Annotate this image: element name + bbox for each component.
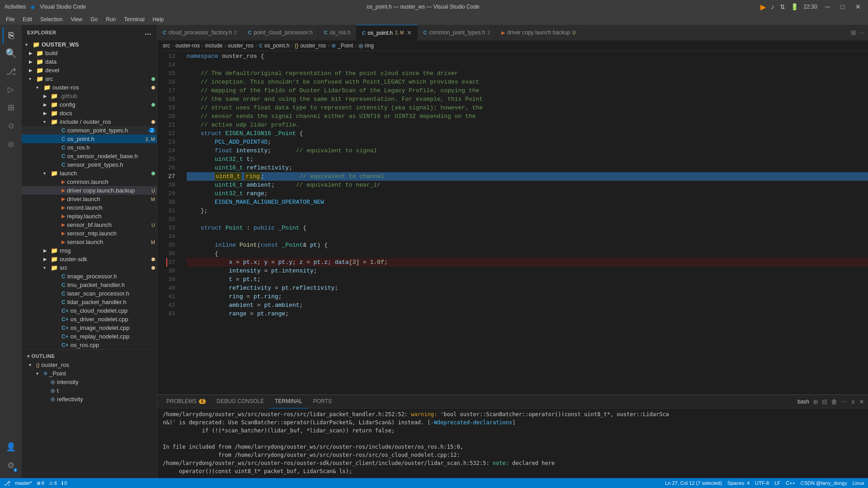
tree-item-common-point-types[interactable]: C common_point_types.h 2 [22,126,157,135]
activity-source-control[interactable]: ⎇ [3,63,19,80]
tree-item-replay-launch[interactable]: ▶ replay.launch [22,212,157,221]
tree-item-imu-packet[interactable]: C imu_packet_handler.h [22,281,157,289]
tree-item-build[interactable]: ▶ 📁 build [22,49,157,57]
tree-item-ouster-ws[interactable]: ▾ 📁 OUSTER_WS [22,40,157,49]
tree-item-sensor-point-types[interactable]: C sensor_point_types.h [22,160,157,169]
panel-more-icon[interactable]: ⋯ [841,398,847,405]
kill-terminal-icon[interactable]: 🗑 [831,398,837,405]
tree-item-ouster-sdk[interactable]: ▶ 📁 ouster-sdk [22,255,157,263]
activity-extensions[interactable]: ⊞ [3,99,19,116]
menu-edit[interactable]: Edit [19,15,36,23]
outline-item-intensity[interactable]: ◎ intensity [22,378,157,386]
panel-tab-ports[interactable]: PORTS [308,395,337,408]
minimize-button[interactable]: ─ [823,3,833,10]
tree-item-ouster-ros[interactable]: ▾ 📁 ouster-ros [22,83,157,92]
sidebar-more-icon[interactable]: ... [145,28,151,37]
activity-debug[interactable]: ▷ [3,81,19,98]
breadcrumb-os-point[interactable]: os_point.h [264,42,289,49]
tree-item-launch[interactable]: ▾ 📁 launch [22,169,157,178]
activity-account[interactable]: 👤 [3,439,19,455]
close-button[interactable]: ✕ [853,3,863,10]
tree-item-os-replay[interactable]: C+ os_replay_nodelet.cpp [22,332,157,341]
tree-item-include[interactable]: ▾ 📁 include / ouster_ros [22,117,157,126]
activity-explorer[interactable]: ⎘ [3,27,19,43]
breadcrumb-point[interactable]: _Point [338,42,353,49]
tab-os-ros[interactable]: C os_ros.h [318,25,356,41]
tree-item-os-ros-cpp[interactable]: C+ os_ros.cpp [22,341,157,349]
tree-item-msg[interactable]: ▶ 📁 msg [22,246,157,255]
activities-label[interactable]: Activities [5,4,26,10]
outline-item-reflectivity[interactable]: ◎ reflectivity [22,395,157,404]
panel-tab-terminal[interactable]: TERMINAL [269,395,308,408]
battery-icon[interactable]: 🔋 [791,3,798,10]
code-content[interactable]: namespace ouster_ros { // The default/or… [182,51,868,394]
tree-item-laser-scan[interactable]: C laser_scan_processor.h [22,289,157,298]
git-branch-label[interactable]: master* [15,480,32,486]
tree-item-os-image[interactable]: C+ os_image_nodelet.cpp [22,324,157,332]
tree-item-common-launch[interactable]: ▶ common.launch [22,178,157,186]
new-terminal-icon[interactable]: ⊕ [813,398,818,405]
tab-driver-copy-launch[interactable]: ▶ driver copy launch backup U [496,25,582,41]
split-terminal-icon[interactable]: ⊟ [822,398,827,405]
outline-header-row[interactable]: ▾ OUTLINE [22,349,157,361]
code-editor[interactable]: 13 14 15 16 17 18 19 20 21 22 23 24 25 2… [157,51,868,394]
breadcrumb-ouster-ros2[interactable]: ouster_ros [228,42,254,49]
tree-item-docs[interactable]: ▶ 📁 docs [22,109,157,117]
tab-point-cloud-processor[interactable]: C point_cloud_processor.h [242,25,318,41]
tree-item-devel[interactable]: ▶ 📁 devel [22,66,157,75]
audio-icon[interactable]: ♪ [771,3,774,10]
breadcrumb-src[interactable]: src [163,42,170,49]
menu-view[interactable]: View [67,15,86,23]
tab-cloud-processor-factory[interactable]: C cloud_processor_factory.h 2 [157,25,242,41]
network-icon[interactable]: ⇅ [780,3,785,10]
terminal-content[interactable]: /home/larrydong/ouster_ws/src/ouster-ros… [157,408,868,478]
breadcrumb-ring[interactable]: ring [365,42,374,49]
tree-item-driver-launch[interactable]: ▶ driver.launch M [22,195,157,203]
tab4-close[interactable]: ✕ [407,29,412,36]
outline-item-point[interactable]: ▾ ⊕ _Point [22,369,157,378]
language-label[interactable]: C++ [786,480,795,486]
tree-item-sensor-launch[interactable]: ▶ sensor.launch M [22,238,157,246]
tab-os-point[interactable]: C os_point.h 2, M ✕ [356,25,418,41]
menu-selection[interactable]: Selection [37,15,66,23]
tree-item-src[interactable]: ▾ 📁 src [22,75,157,83]
outline-item-t[interactable]: ◎ t [22,386,157,395]
tree-item-github[interactable]: ▶ 📁 .github [22,92,157,100]
more-actions-icon[interactable]: ··· [859,29,864,36]
tree-item-lidar-packet[interactable]: C lidar_packet_handler.h [22,298,157,306]
close-panel-icon[interactable]: ✕ [859,398,864,405]
breadcrumb-ouster-ros3[interactable]: ouster_ros [300,42,326,49]
panel-tab-debug[interactable]: DEBUG CONSOLE [211,395,269,408]
split-editor-icon[interactable]: ⊞ [851,29,856,36]
tab-common-point-types[interactable]: C common_point_types.h 2 [418,25,496,41]
activity-remote[interactable]: ⊙ [3,117,19,134]
menu-go[interactable]: Go [87,15,101,23]
tree-item-driver-copy-launch[interactable]: ▶ driver copy.launch.backup U [22,186,157,195]
tree-item-os-cloud[interactable]: C+ os_cloud_nodelet.cpp [22,306,157,315]
activity-search[interactable]: 🔍 [3,45,19,61]
activity-testing[interactable]: ◎ [3,136,19,152]
maximize-button[interactable]: □ [838,3,847,10]
activity-settings[interactable]: ⚙1 [3,457,19,474]
vscode-label[interactable]: Visual Studio Code [40,4,86,10]
tree-item-record-launch[interactable]: ▶ record.launch [22,203,157,212]
tree-item-image-processor[interactable]: C image_processor.h [22,272,157,281]
info-count[interactable]: ℹ 0 [61,480,67,486]
tree-item-sensor-mtp-launch[interactable]: ▶ sensor_mtp.launch [22,229,157,238]
breadcrumb-include[interactable]: include [205,42,222,49]
tree-item-os-sensor-nodelet[interactable]: C os_sensor_nodelet_base.h [22,152,157,160]
tree-item-os-ros[interactable]: C os_ros.h [22,143,157,152]
spaces-label[interactable]: Spaces: 4 [727,480,750,486]
tree-item-data[interactable]: ▶ 📁 data [22,57,157,66]
tree-item-src2[interactable]: ▾ 📁 src [22,263,157,272]
tree-item-os-point[interactable]: C os_point.h 2, M [22,135,157,143]
breadcrumb-ouster-ros[interactable]: ouster-ros [175,42,200,49]
menu-terminal[interactable]: Terminal [120,15,148,23]
tree-item-sensor-bf-launch[interactable]: ▶ sensor_bf.launch U [22,221,157,229]
maximize-panel-icon[interactable]: ∧ [851,398,855,405]
eol-label[interactable]: LF [774,480,780,486]
error-count[interactable]: ⊗ 6 [37,480,44,486]
tree-item-os-driver[interactable]: C+ os_driver_nodelet.cpp [22,315,157,324]
menu-run[interactable]: Run [102,15,119,23]
encoding-label[interactable]: UTF-8 [755,480,769,486]
